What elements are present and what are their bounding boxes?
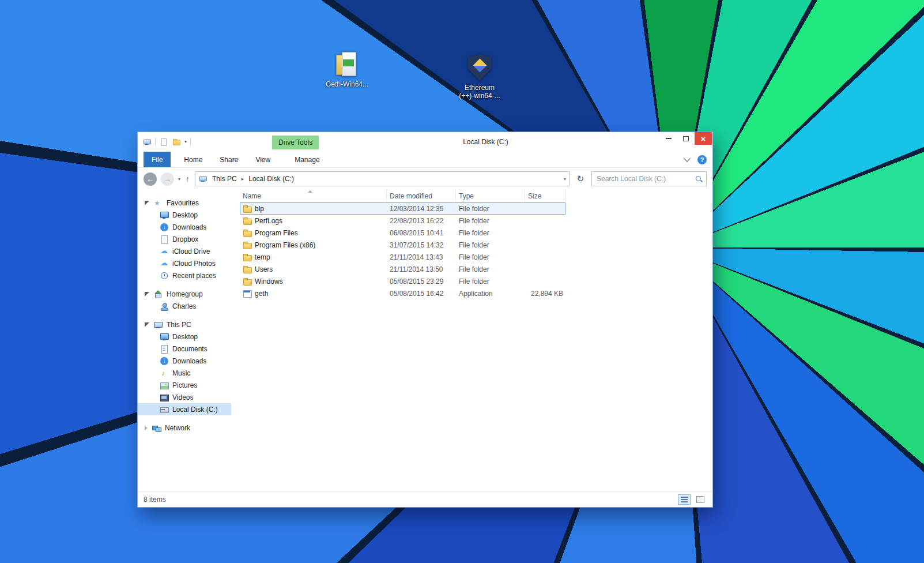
file-row-program-files[interactable]: Program Files 06/08/2015 10:41 File fold… bbox=[240, 227, 565, 239]
sidebar-item-label: Downloads bbox=[172, 357, 206, 365]
help-icon[interactable]: ? bbox=[697, 155, 707, 164]
file-row-windows[interactable]: Windows 05/08/2015 23:29 File folder bbox=[240, 275, 565, 287]
group-label: Network bbox=[165, 424, 190, 432]
refresh-button[interactable]: ↻ bbox=[574, 172, 587, 186]
column-header-size[interactable]: Size bbox=[525, 190, 565, 202]
file-row-blp[interactable]: blp 12/03/2014 12:35 File folder bbox=[240, 202, 565, 215]
document-icon bbox=[160, 235, 169, 244]
sidebar-item-label: Documents bbox=[172, 345, 208, 353]
application-icon bbox=[243, 289, 252, 298]
sidebar-item-label: Videos bbox=[172, 393, 193, 401]
sidebar-item-videos[interactable]: Videos bbox=[138, 391, 231, 403]
tab-home[interactable]: Home bbox=[175, 152, 211, 167]
details-view-button[interactable] bbox=[678, 494, 691, 505]
breadcrumb-local-disk-c[interactable]: Local Disk (C:) bbox=[247, 175, 295, 183]
separator bbox=[190, 138, 191, 146]
maximize-icon bbox=[683, 136, 689, 141]
sidebar-item-label: iCloud Photos bbox=[172, 260, 216, 268]
sidebar-item-icloud-photos[interactable]: iCloud Photos bbox=[138, 257, 231, 269]
sort-ascending-icon bbox=[308, 190, 312, 193]
computer-icon bbox=[153, 320, 163, 329]
maximize-button[interactable] bbox=[677, 132, 695, 145]
file-row-temp[interactable]: temp 21/11/2014 13:43 File folder bbox=[240, 251, 565, 263]
column-header-date-modified[interactable]: Date modified bbox=[387, 190, 456, 202]
sidebar-item-downloads[interactable]: Downloads bbox=[138, 355, 231, 367]
up-button[interactable]: ↑ bbox=[184, 174, 191, 183]
expander-icon[interactable] bbox=[145, 426, 148, 430]
this-pc-icon bbox=[199, 175, 207, 183]
sidebar-group-this-pc[interactable]: This PC bbox=[138, 318, 231, 331]
expander-icon[interactable] bbox=[145, 292, 149, 296]
navigation-pane: Favourites Desktop Downloads Dropbox bbox=[138, 190, 231, 491]
homegroup-icon bbox=[153, 290, 163, 299]
sidebar-item-label: iCloud Drive bbox=[172, 247, 210, 256]
ribbon-expand-icon[interactable] bbox=[684, 155, 690, 162]
large-icons-view-button[interactable] bbox=[694, 494, 707, 505]
sidebar-item-label: Music bbox=[172, 369, 190, 377]
music-icon bbox=[160, 369, 169, 378]
sidebar-item-local-disk-c[interactable]: Local Disk (C:) bbox=[138, 403, 231, 415]
sidebar-item-label: Local Disk (C:) bbox=[172, 406, 218, 414]
document-icon bbox=[160, 344, 169, 354]
close-button[interactable]: × bbox=[695, 132, 712, 145]
qat-new-folder-icon[interactable] bbox=[172, 138, 180, 146]
user-icon bbox=[160, 302, 169, 311]
sidebar-item-label: Desktop bbox=[172, 211, 198, 219]
sidebar-item-downloads-fav[interactable]: Downloads bbox=[138, 221, 231, 233]
sidebar-item-icloud-drive[interactable]: iCloud Drive bbox=[138, 245, 231, 257]
forward-button[interactable]: → bbox=[161, 172, 174, 186]
sidebar-item-dropbox[interactable]: Dropbox bbox=[138, 233, 231, 245]
qat-properties-icon[interactable] bbox=[160, 138, 168, 146]
sidebar-item-recent-places[interactable]: Recent places bbox=[138, 269, 231, 282]
breadcrumb-this-pc[interactable]: This PC bbox=[211, 175, 238, 183]
window-title: Local Disk (C:) bbox=[322, 138, 649, 146]
sidebar-item-charles[interactable]: Charles bbox=[138, 300, 231, 312]
folder-icon bbox=[243, 216, 252, 226]
tab-manage[interactable]: Manage bbox=[286, 152, 328, 167]
quick-access-toolbar: ▾ bbox=[138, 137, 191, 147]
sidebar-item-label: Desktop bbox=[172, 333, 198, 341]
search-icon[interactable] bbox=[695, 175, 703, 183]
file-row-perflogs[interactable]: PerfLogs 22/08/2013 16:22 File folder bbox=[240, 215, 565, 227]
tab-view[interactable]: View bbox=[247, 152, 279, 167]
desktop-icon-ethereum[interactable]: Ethereum (++)-win64-... bbox=[452, 54, 507, 100]
sidebar-item-music[interactable]: Music bbox=[138, 367, 231, 379]
minimize-button[interactable] bbox=[660, 132, 677, 145]
tab-file[interactable]: File bbox=[144, 152, 171, 167]
monitor-icon bbox=[160, 332, 169, 341]
file-row-users[interactable]: Users 21/11/2014 13:50 File folder bbox=[240, 263, 565, 275]
disk-icon bbox=[160, 405, 169, 414]
sidebar-group-network[interactable]: Network bbox=[138, 422, 231, 434]
address-dropdown-icon[interactable]: ▾ bbox=[564, 177, 566, 182]
file-row-program-files-x86[interactable]: Program Files (x86) 31/07/2015 14:32 Fil… bbox=[240, 239, 565, 251]
sidebar-item-desktop-fav[interactable]: Desktop bbox=[138, 209, 231, 221]
recent-locations-icon[interactable]: ▾ bbox=[178, 177, 180, 182]
sidebar-item-pictures[interactable]: Pictures bbox=[138, 379, 231, 391]
expander-icon[interactable] bbox=[145, 322, 149, 327]
drive-tools-contextual-tab[interactable]: Drive Tools bbox=[272, 136, 319, 149]
sidebar-item-label: Charles bbox=[172, 302, 196, 310]
search-box[interactable] bbox=[591, 171, 707, 186]
sidebar-item-desktop[interactable]: Desktop bbox=[138, 331, 231, 343]
picture-icon bbox=[160, 381, 169, 390]
address-toolbar: ← → ▾ ↑ This PC ▸ Local Disk (C:) ▾ ↻ bbox=[138, 168, 712, 190]
search-input[interactable] bbox=[595, 174, 693, 183]
tab-share[interactable]: Share bbox=[211, 152, 247, 167]
back-button[interactable]: ← bbox=[144, 172, 157, 186]
sidebar-item-documents[interactable]: Documents bbox=[138, 343, 231, 355]
desktop-icon-geth[interactable]: Geth-Win64... bbox=[319, 51, 375, 88]
sidebar-group-homegroup[interactable]: Homegroup bbox=[138, 288, 231, 300]
favourites-star-icon bbox=[153, 198, 163, 208]
sidebar-item-label: Dropbox bbox=[172, 235, 198, 243]
titlebar[interactable]: ▾ Drive Tools Local Disk (C:) × bbox=[138, 132, 712, 152]
group-label: Homegroup bbox=[167, 290, 203, 298]
desktop-icon-label-ethereum: Ethereum (++)-win64-... bbox=[459, 84, 500, 100]
column-header-type[interactable]: Type bbox=[456, 190, 525, 202]
qat-customize-icon[interactable]: ▾ bbox=[184, 139, 187, 145]
column-header-name[interactable]: Name bbox=[240, 190, 387, 202]
file-row-geth[interactable]: geth 05/08/2015 16:42 Application 22,894… bbox=[240, 287, 565, 299]
expander-icon[interactable] bbox=[145, 201, 149, 205]
window-controls: × bbox=[660, 132, 712, 145]
address-bar[interactable]: This PC ▸ Local Disk (C:) ▾ bbox=[195, 171, 570, 186]
sidebar-group-favourites[interactable]: Favourites bbox=[138, 197, 231, 209]
